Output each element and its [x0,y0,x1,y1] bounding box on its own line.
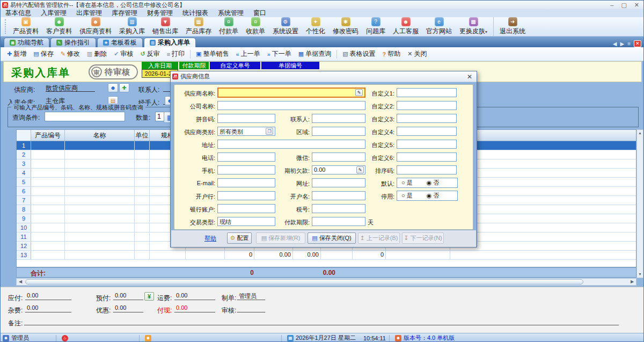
custom3-input[interactable] [397,114,457,123]
tab-list-icon[interactable]: ≡ [627,41,631,47]
custom5-input[interactable] [397,140,457,149]
action-button[interactable]: ?帮助 [379,48,404,60]
action-button[interactable]: ≡打印 [164,48,188,60]
close-button[interactable]: ✕ [634,2,639,9]
toolbar-button[interactable]: ⚙ 系统设置 [269,17,302,36]
config-button[interactable]: ⚙配置 [227,232,252,244]
toolbar-button[interactable]: ▦ 产品库存 [182,17,215,36]
action-button[interactable]: «上一单 [233,48,264,60]
toolbar-button[interactable]: ☻ 客户资料 [42,17,76,36]
prepaid-field[interactable]: 0.00 [113,292,143,300]
custom2-input[interactable] [397,101,457,110]
discount-field[interactable]: 0.00 [113,304,143,312]
email-input[interactable] [217,178,275,187]
toolbar-button[interactable]: ▥ 采购入库 [115,17,149,36]
action-button[interactable]: ✔审核 [111,48,136,60]
toolbar-button[interactable]: ☻ 供应商资料 [76,17,115,36]
action-button[interactable]: ▧表格设置 [339,48,378,60]
mobile-input[interactable] [217,165,275,174]
account-name-input[interactable] [312,191,365,200]
tab[interactable]: ▦功能导航 [4,38,49,47]
website-input[interactable] [312,178,365,187]
custom6-input[interactable] [397,152,457,162]
action-button[interactable]: ✚新增 [4,48,30,60]
prev-record-button[interactable]: ↥上一记录(B) [358,232,400,244]
maximize-button[interactable]: ▢ [621,2,626,9]
company-name-input[interactable] [217,101,365,110]
action-button[interactable]: ▤保存 [30,48,56,60]
toolbar-button[interactable]: ✦ 个性化 [302,17,329,36]
dialog-close-icon[interactable]: ✕ [467,73,477,81]
query-condition-input[interactable] [45,112,125,121]
tab-scroll-left-icon[interactable]: ◀ [613,41,617,47]
menu-item[interactable]: 财务管理 [142,9,178,17]
supplier-field[interactable]: 散货供应商 [46,84,95,92]
action-button[interactable]: ▦单据查询 [295,48,334,60]
scroll-right-icon[interactable]: ▶ [628,279,636,285]
toolbar-button[interactable]: ✱ 修改密码 [329,17,362,36]
action-button[interactable]: ↺反审 [137,48,163,60]
tab[interactable]: ▥采购入库单 [144,38,196,47]
toolbar-button[interactable]: ▩ 更换皮肤▾ [456,17,491,36]
save-close-button[interactable]: ▤保存关闭(Q) [308,232,356,244]
bank-input[interactable] [217,191,275,200]
cash-paid-field[interactable]: 0.00 [174,304,215,312]
next-record-button[interactable]: ↧下一记录(N) [402,232,444,244]
default-no-radio[interactable]: ◉ 否 [427,179,440,187]
toolbar-button[interactable]: ▣ 产品资料 [9,17,42,36]
wechat-input[interactable] [312,152,365,162]
prepaid-pay-icon[interactable]: ¥ [144,292,154,301]
scroll-up-icon[interactable]: ▲ [637,130,643,136]
toolbar-button[interactable]: e 官方网站 [422,17,456,36]
address-input[interactable] [217,140,365,149]
hscroll-thumb[interactable] [25,279,583,285]
action-button[interactable]: ▥删除 [84,48,110,60]
remark-field[interactable] [24,317,619,325]
menu-item[interactable]: 基本信息 [1,9,36,17]
trade-type-input[interactable]: 现结 [217,217,275,226]
horizontal-scrollbar[interactable]: ◀ ▶ [16,278,636,286]
supplier-picker-icon[interactable]: ☻ [108,83,118,92]
action-button[interactable]: ✎修改 [57,48,83,60]
scroll-down-icon[interactable]: ▼ [637,271,643,278]
custom1-input[interactable] [397,88,457,97]
save-new-button[interactable]: ▤保存新增(R) [256,232,305,244]
menu-item[interactable]: 窗口 [248,9,271,17]
dialog-help-link[interactable]: 帮助 [204,235,216,243]
menu-item[interactable]: 库存管理 [107,9,142,17]
toolbar-button[interactable]: ▼ 销售出库 [149,17,182,36]
toolbar-button[interactable]: ¤ 付款单 [215,17,242,36]
action-button[interactable]: ✕关闭 [404,48,430,60]
action-button[interactable]: ▣整单销售 [193,48,232,60]
toolbar-button[interactable]: ➜ 退出系统 [493,17,529,36]
pinyin-input[interactable] [217,114,275,123]
tab-close-button[interactable]: ✕ [634,40,641,47]
category-book-icon[interactable]: ❒ [266,128,273,135]
payable-field[interactable]: 0.00 [25,292,71,300]
tab[interactable]: ✚老板看板 [97,38,143,47]
default-yes-radio[interactable]: ○ 是 [401,179,413,187]
payment-term-input[interactable] [312,217,365,226]
toolbar-button[interactable]: ? 问题库 [362,17,389,36]
toolbar-button[interactable]: ☻ 人工客服 [389,17,422,36]
freight-field[interactable]: 0.00 [174,292,215,300]
region-input[interactable] [312,127,365,136]
menu-item[interactable]: 系统管理 [213,9,248,17]
stop-yes-radio[interactable]: ○ 是 [401,192,413,200]
misc-fee-field[interactable]: 0.00 [25,304,71,312]
scroll-left-icon[interactable]: ◀ [17,279,24,285]
menu-item[interactable]: 出库管理 [71,9,107,17]
minimize-button[interactable]: – [610,2,613,9]
toolbar-button[interactable]: ¤ 收款单 [242,17,269,36]
menu-item[interactable]: 统计报表 [178,9,213,17]
action-button[interactable] [190,50,191,59]
bank-account-input[interactable] [217,204,275,213]
notice-icon[interactable]: ♨ [62,335,68,341]
action-button[interactable]: »下一单 [264,48,295,60]
tab-scroll-right-icon[interactable]: ▶ [620,41,624,47]
custom4-input[interactable] [397,127,457,136]
contact-input[interactable] [312,114,365,123]
table-row[interactable]: 13 00.000.00 0 [17,251,636,260]
edit-pencil-icon[interactable]: ✎ [355,89,363,96]
menu-item[interactable]: 入库管理 [36,9,71,17]
